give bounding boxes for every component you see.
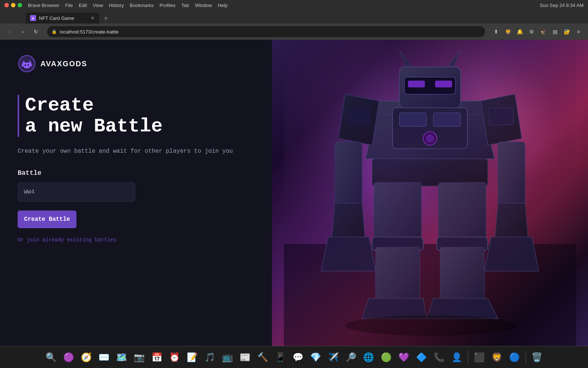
dock-telegram[interactable]: ✈️: [325, 349, 341, 365]
alerts-icon[interactable]: 🔔: [514, 26, 525, 37]
menu-edit[interactable]: Edit: [79, 3, 87, 8]
dock-brave[interactable]: 🦁: [489, 349, 505, 365]
reload-button[interactable]: ↻: [31, 26, 41, 37]
new-tab-button[interactable]: +: [101, 13, 111, 24]
battle-label: Battle: [18, 169, 254, 177]
dock-crystal[interactable]: 💎: [308, 349, 324, 365]
dock-vscode2[interactable]: 🔵: [506, 349, 523, 365]
share-icon[interactable]: ⬆: [491, 26, 501, 37]
dock-avatar[interactable]: 👤: [449, 349, 465, 365]
url-display: localhost:5173/create-battle: [60, 29, 119, 35]
title-heading: Create a new Battle: [25, 95, 254, 137]
brave-icon[interactable]: 🦅: [538, 26, 548, 37]
svg-rect-30: [498, 142, 525, 210]
menu-icon[interactable]: ≡: [573, 26, 584, 37]
svg-rect-13: [399, 113, 427, 127]
svg-rect-38: [438, 183, 486, 244]
dock-reminders[interactable]: ⏰: [166, 349, 183, 365]
left-panel: AVAXGODS Create a new Battle Create your…: [0, 40, 272, 346]
dock-xcode[interactable]: 🔨: [255, 349, 271, 365]
battle-form: Battle Create Battle Or join already exi…: [18, 169, 254, 243]
security-icon: 🔒: [51, 29, 57, 34]
dock-find[interactable]: 🔎: [343, 349, 359, 365]
svg-rect-24: [347, 108, 371, 125]
dock-finder[interactable]: 🔍: [43, 349, 59, 365]
svg-rect-33: [372, 159, 488, 186]
dock-mail[interactable]: ✉️: [96, 349, 112, 365]
extensions-icon[interactable]: ⚙: [526, 26, 537, 37]
fullscreen-button[interactable]: [18, 3, 22, 7]
dock-separator-2: [526, 351, 526, 364]
page-title: Create a new Battle: [18, 95, 254, 137]
dock-separator: [468, 351, 468, 364]
dock-chrome[interactable]: 🌐: [361, 349, 377, 365]
titlebar: Brave Browser File Edit View History Boo…: [0, 0, 588, 10]
dock-tweetbot[interactable]: 💜: [396, 349, 412, 365]
brave-shields-icon[interactable]: 🦁: [503, 26, 513, 37]
tab-favicon: ♠: [30, 15, 36, 21]
menu-window[interactable]: Window: [195, 3, 212, 8]
menu-tab[interactable]: Tab: [181, 3, 189, 8]
sidebar-toggle[interactable]: ▤: [550, 26, 560, 37]
dock-music[interactable]: 🎵: [202, 349, 218, 365]
dock-calendar[interactable]: 📅: [149, 349, 165, 365]
svg-rect-34: [374, 183, 421, 244]
svg-marker-32: [484, 237, 539, 271]
dock-finder2[interactable]: 🟢: [378, 349, 394, 365]
dock-launchpad[interactable]: 🟣: [61, 349, 77, 365]
svg-point-3: [23, 63, 31, 68]
titlebar-right: Sun Sep 24 8:34 AM: [540, 3, 584, 8]
dock-safari[interactable]: 🧭: [78, 349, 94, 365]
menu-history[interactable]: History: [109, 3, 124, 8]
svg-point-16: [426, 134, 434, 142]
logo-text: AVAXGODS: [40, 60, 87, 68]
svg-marker-29: [321, 237, 376, 271]
forward-button[interactable]: ›: [18, 26, 28, 37]
dock-news[interactable]: 📰: [237, 349, 253, 365]
nav-bar: ‹ › ↻ 🔒 localhost:5173/create-battle ⬆ 🦁…: [0, 24, 588, 40]
svg-rect-27: [335, 142, 362, 210]
tab-close-button[interactable]: ✕: [90, 15, 95, 21]
menu-file[interactable]: File: [65, 3, 73, 8]
dock-whatsapp[interactable]: 📞: [431, 349, 447, 365]
menu-profiles[interactable]: Profiles: [159, 3, 175, 8]
logo-area: AVAXGODS: [18, 54, 254, 73]
active-tab[interactable]: ♠ NFT Card Game ✕: [26, 13, 99, 24]
hero-image: [272, 40, 588, 346]
traffic-lights: [4, 3, 22, 7]
menu-bookmarks[interactable]: Bookmarks: [130, 3, 154, 8]
menu-view[interactable]: View: [93, 3, 103, 8]
svg-rect-19: [408, 81, 425, 87]
svg-rect-20: [435, 81, 452, 87]
titlebar-menu: File Edit View History Bookmarks Profile…: [65, 3, 227, 8]
dock-trash[interactable]: 🗑️: [529, 349, 545, 365]
create-battle-button[interactable]: Create Battle: [18, 210, 76, 228]
back-button[interactable]: ‹: [4, 26, 15, 37]
vpn-icon[interactable]: 🔐: [562, 26, 572, 37]
svg-point-5: [28, 64, 29, 66]
dock-photos[interactable]: 📷: [131, 349, 147, 365]
svg-rect-26: [490, 108, 513, 125]
dock-terminal[interactable]: ⬛: [471, 349, 487, 365]
svg-rect-14: [433, 113, 460, 127]
mech-illustration: [272, 40, 588, 346]
join-battles-link[interactable]: Or join already existing battles: [18, 237, 254, 243]
dock-notes[interactable]: 📝: [184, 349, 200, 365]
close-button[interactable]: [4, 3, 9, 7]
dock-vscode[interactable]: 🔷: [413, 349, 430, 365]
menu-help[interactable]: Help: [218, 3, 228, 8]
datetime-display: Sun Sep 24 8:34 AM: [540, 3, 584, 8]
dock-maps[interactable]: 🗺️: [114, 349, 130, 365]
dock-teams[interactable]: 💬: [290, 349, 306, 365]
tab-title: NFT Card Game: [39, 15, 87, 21]
svg-rect-40: [440, 247, 484, 302]
logo-icon: [18, 54, 36, 73]
dock-appletv[interactable]: 📺: [219, 349, 236, 365]
svg-point-47: [345, 315, 515, 336]
dock-simulator[interactable]: 📱: [272, 349, 288, 365]
address-bar[interactable]: 🔒 localhost:5173/create-battle: [47, 26, 485, 37]
battle-name-input[interactable]: [18, 183, 135, 202]
svg-rect-36: [376, 247, 420, 302]
minimize-button[interactable]: [11, 3, 15, 7]
page-subtitle: Create your own battle and wait for othe…: [18, 148, 254, 155]
